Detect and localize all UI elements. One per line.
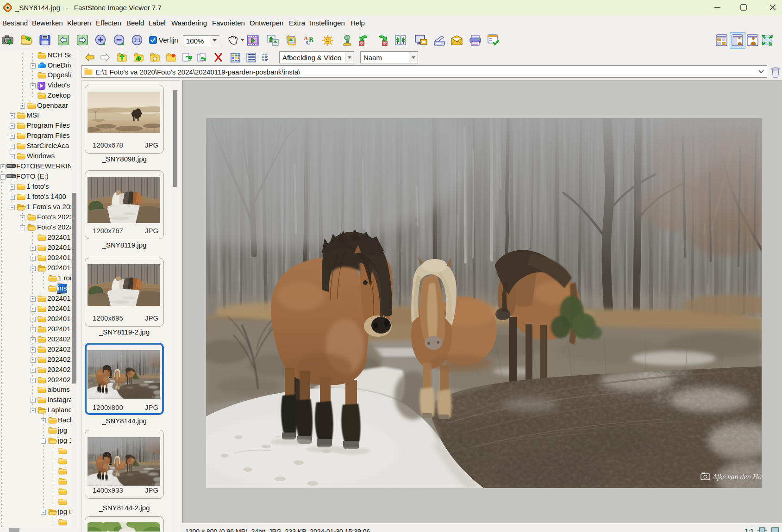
svg-text:B: B bbox=[309, 36, 313, 43]
svg-text:90: 90 bbox=[383, 42, 387, 46]
svg-text:90: 90 bbox=[360, 42, 364, 46]
svg-text:1:1: 1:1 bbox=[134, 38, 141, 43]
